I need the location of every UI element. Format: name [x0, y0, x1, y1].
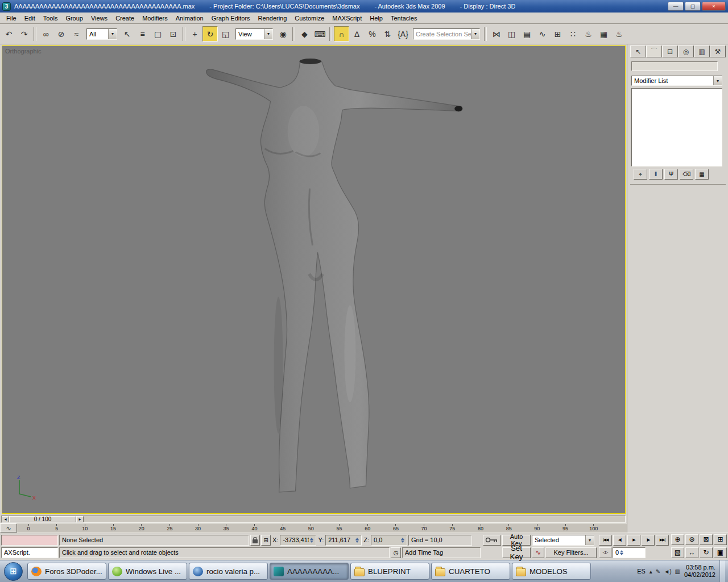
menu-edit[interactable]: Edit — [20, 14, 39, 23]
snaps-toggle-icon[interactable]: ∩ — [334, 26, 349, 41]
time-slider-prev-button[interactable]: ◂ — [2, 516, 9, 522]
menu-graph-editors[interactable]: Graph Editors — [208, 14, 254, 23]
select-and-rotate-icon[interactable]: ↻ — [202, 26, 218, 41]
tab-hierarchy[interactable]: ⊟ — [662, 45, 678, 57]
add-time-tag-field[interactable]: Add Time Tag — [402, 547, 481, 558]
tab-display[interactable]: ▥ — [694, 45, 710, 57]
current-frame-field[interactable]: 0 — [613, 547, 646, 558]
set-key-button[interactable]: Set Key — [502, 547, 531, 558]
align-icon[interactable]: ◫ — [504, 26, 519, 41]
viewport-canvas[interactable] — [2, 46, 625, 513]
language-indicator[interactable]: ES — [637, 568, 646, 575]
menu-group[interactable]: Group — [61, 14, 87, 23]
y-coordinate-field[interactable]: 211,617 — [325, 535, 362, 546]
make-unique-icon[interactable]: Ψ — [664, 169, 678, 180]
menu-rendering[interactable]: Rendering — [254, 14, 291, 23]
default-in-out-tangents-button[interactable]: ∿ — [532, 547, 544, 558]
percent-snap-toggle-icon[interactable]: % — [365, 26, 380, 41]
show-hidden-icons-chevron[interactable]: ▴ — [650, 568, 652, 575]
zoom-extents-icon[interactable]: ⊠ — [700, 534, 713, 545]
volume-icon[interactable]: ◄) — [664, 568, 671, 575]
select-and-manipulate-icon[interactable]: ◆ — [297, 26, 312, 41]
taskbar-item-windows-live[interactable]: Windows Live ... — [108, 563, 187, 580]
use-pivot-point-center-icon[interactable]: ◉ — [275, 26, 291, 41]
modifier-list-dropdown[interactable]: Modifier List ▾ — [631, 76, 722, 86]
pan-icon[interactable]: ↔ — [685, 547, 698, 558]
taskbar-item-modelos[interactable]: MODELOS — [512, 563, 591, 580]
network-icon[interactable]: ▥ — [675, 568, 680, 575]
start-button[interactable]: ⊞ — [4, 562, 23, 581]
taskbar-item-firefox[interactable]: Foros 3DPoder... — [27, 563, 106, 580]
named-selection-set-dropdown[interactable]: Create Selection Set ▾ — [413, 28, 480, 40]
curve-editor-icon[interactable]: ∿ — [535, 26, 550, 41]
quick-render-icon[interactable]: ♨ — [611, 26, 627, 41]
material-editor-icon[interactable]: ∷ — [565, 26, 581, 41]
render-setup-icon[interactable]: ♨ — [581, 26, 596, 41]
configure-modifier-sets-icon[interactable]: ▦ — [695, 169, 709, 180]
key-mode-dropdown[interactable]: Selected ▾ — [532, 535, 594, 546]
object-name-field[interactable] — [631, 61, 718, 71]
bind-to-space-warp-icon[interactable]: ≈ — [69, 26, 84, 41]
spinner-arrows[interactable] — [620, 550, 623, 555]
window-crossing-toggle-icon[interactable]: ⊡ — [166, 26, 181, 41]
pen-input-icon[interactable]: ✎ — [656, 568, 660, 575]
zoom-extents-all-icon[interactable]: ⊞ — [714, 534, 727, 545]
mirror-icon[interactable]: ⋈ — [489, 26, 504, 41]
schematic-view-icon[interactable]: ⊞ — [550, 26, 565, 41]
zoom-all-icon[interactable]: ⊛ — [685, 534, 698, 545]
orbit-icon[interactable]: ↻ — [700, 547, 713, 558]
remove-modifier-icon[interactable]: ⌫ — [680, 169, 693, 180]
spinner-snap-toggle-icon[interactable]: ⇅ — [380, 26, 395, 41]
rectangular-selection-region-icon[interactable]: ▢ — [150, 26, 166, 41]
tab-motion[interactable]: ◎ — [678, 45, 694, 57]
viewport[interactable]: Orthographic — [2, 45, 626, 514]
time-slider-track[interactable]: ◂ 0 / 100 ▸ — [1, 516, 626, 523]
keyboard-shortcut-override-icon[interactable]: ⌨ — [312, 26, 328, 41]
show-desktop-button[interactable] — [719, 560, 725, 582]
zoom-icon[interactable]: ⊕ — [671, 534, 684, 545]
select-and-move-icon[interactable]: + — [187, 26, 202, 41]
menu-maxscript[interactable]: MAXScript — [328, 14, 366, 23]
set-key-mode-key-icon[interactable] — [483, 535, 501, 546]
menu-animation[interactable]: Animation — [172, 14, 208, 23]
key-filters-button[interactable]: Key Filters... — [545, 547, 597, 558]
select-and-link-icon[interactable]: ∞ — [38, 26, 53, 41]
previous-frame-button[interactable]: ◀| — [613, 535, 626, 546]
minimize-button[interactable]: — — [668, 2, 684, 11]
taskbar-item-cuarteto[interactable]: CUARTETO — [431, 563, 510, 580]
spinner-arrows[interactable] — [355, 538, 359, 543]
go-to-start-button[interactable]: |◀◀ — [599, 535, 612, 546]
pin-stack-icon[interactable]: ⌖ — [634, 169, 647, 180]
menu-help[interactable]: Help — [366, 14, 387, 23]
time-slider-thumb[interactable]: 0 / 100 — [9, 516, 76, 522]
x-coordinate-field[interactable]: -3733,411 — [280, 535, 316, 546]
tab-modify[interactable]: ⌒ — [646, 45, 662, 57]
edit-named-selection-sets-icon[interactable]: {A} — [395, 26, 411, 41]
select-object-icon[interactable]: ↖ — [119, 26, 135, 41]
unlink-selection-icon[interactable]: ⊘ — [53, 26, 69, 41]
select-by-name-icon[interactable]: ≡ — [135, 26, 150, 41]
maximize-button[interactable]: ▢ — [685, 2, 701, 11]
menu-customize[interactable]: Customize — [291, 14, 328, 23]
modifier-stack-list[interactable] — [631, 88, 722, 167]
rendered-frame-window-icon[interactable]: ▦ — [596, 26, 611, 41]
play-animation-button[interactable]: ▶ — [627, 535, 640, 546]
key-mode-toggle-button[interactable]: ◁▷ — [599, 547, 611, 558]
next-frame-button[interactable]: |▶ — [642, 535, 655, 546]
menu-file[interactable]: File — [2, 14, 20, 23]
clock[interactable]: 03:58 p.m. 04/02/2012 — [684, 564, 715, 579]
menu-modifiers[interactable]: Modifiers — [138, 14, 172, 23]
spinner-arrows[interactable] — [401, 538, 404, 543]
absolute-offset-toggle[interactable]: ⊞ — [261, 535, 271, 546]
layer-manager-icon[interactable]: ▤ — [519, 26, 535, 41]
reference-coordinate-dropdown[interactable]: View ▾ — [235, 28, 273, 40]
macro-recorder-line[interactable] — [1, 535, 58, 546]
open-mini-curve-editor-button[interactable]: ∿ — [0, 523, 17, 533]
go-to-end-button[interactable]: ▶▶| — [656, 535, 669, 546]
show-end-result-icon[interactable]: ‖ — [649, 169, 663, 180]
body-mesh[interactable] — [206, 59, 463, 492]
spinner-arrows[interactable] — [310, 538, 313, 543]
close-button[interactable]: × — [702, 2, 726, 11]
angle-snap-toggle-icon[interactable]: ∆ — [349, 26, 365, 41]
track-bar[interactable]: ∿ 05101520253035404550556065707580859095… — [0, 523, 627, 533]
